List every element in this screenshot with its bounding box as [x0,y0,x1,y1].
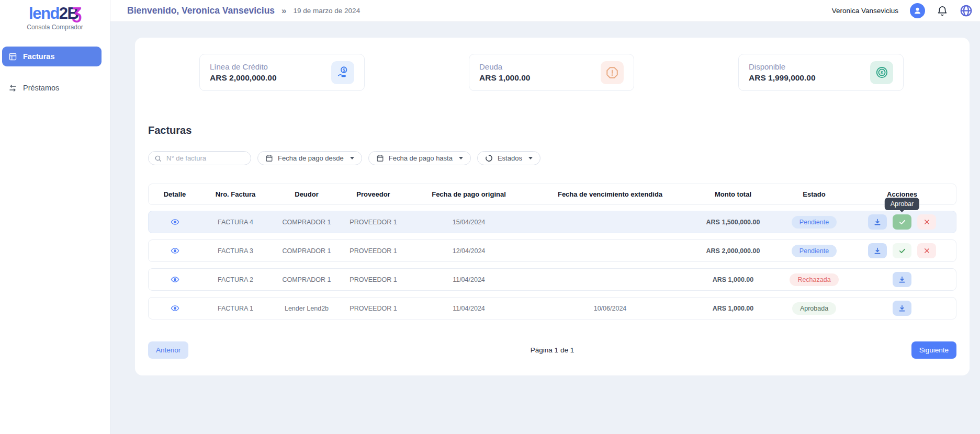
approve-button[interactable] [893,214,911,230]
brand-subtitle: Consola Comprador [0,24,110,31]
main-area: Bienvenido, Veronica Vansevicius » 19 de… [110,0,980,434]
chevron-down-icon [350,157,354,159]
row-actions: Aprobar [868,214,936,230]
calendar-icon [265,154,273,162]
download-icon [873,218,882,226]
download-button[interactable] [893,272,911,287]
reject-button[interactable] [917,243,936,258]
search-input[interactable] [165,154,245,163]
svg-text:$: $ [342,67,345,73]
cell-fecha-pago-original: 15/04/2024 [403,219,534,226]
cell-fecha-vencimiento-extendida: 10/06/2024 [534,305,686,312]
sidebar-item-prestamos[interactable]: Préstamos [2,78,102,98]
table-row: FACTURA 1Lender Lend2bPROVEEDOR 111/04/2… [148,297,956,319]
cell-estado: Rechazada [780,273,848,286]
breadcrumb-separator: » [281,6,286,16]
page-info: Página 1 de 1 [531,346,574,354]
debt-card: Deuda ARS 1,000.00 [469,54,634,91]
user-box: Veronica Vansevicius [832,3,973,18]
content-area: Línea de Crédito ARS 2,000,000.00 $ Deud… [110,22,980,434]
sidebar-item-facturas[interactable]: Facturas [2,47,102,66]
logo-accent-glyph: Ʒ [72,4,81,22]
svg-text:$: $ [880,70,883,75]
column-header: Nro. Factura [201,190,270,198]
table-body: FACTURA 4COMPRADOR 1PROVEEDOR 115/04/202… [148,211,956,319]
cell-nro-factura: FACTURA 4 [201,219,270,226]
table-row: FACTURA 2COMPRADOR 1PROVEEDOR 111/04/202… [148,268,956,291]
check-icon [898,218,906,226]
status-circle-icon [485,154,493,162]
status-badge: Pendiente [792,245,837,257]
summary-cards: Línea de Crédito ARS 2,000,000.00 $ Deud… [135,38,970,91]
row-actions [893,272,911,287]
reject-button[interactable] [917,214,936,230]
view-detail-button[interactable] [171,304,179,313]
view-detail-button[interactable] [171,246,179,255]
breadcrumb: Bienvenido, Veronica Vansevicius » 19 de… [127,5,360,16]
card-title: Deuda [479,62,530,71]
cell-acciones: Aprobar [848,214,956,230]
filter-label: Fecha de pago desde [278,154,344,162]
cell-fecha-pago-original: 12/04/2024 [403,247,534,255]
tooltip-aprobar: Aprobar [885,198,919,210]
x-icon [923,247,930,254]
card-value: ARS 1,000.00 [479,73,530,83]
column-header: Proveedor [343,190,403,198]
invoice-search [148,151,251,165]
invoice-icon [8,52,17,61]
download-button[interactable] [868,214,887,230]
card-title: Línea de Crédito [210,62,277,71]
eye-icon [171,246,179,255]
cell-nro-factura: FACTURA 3 [201,247,270,255]
bell-icon[interactable] [937,5,948,17]
download-button[interactable] [893,301,911,316]
card-value: ARS 1,999,000.00 [749,73,816,83]
cell-deudor: Lender Lend2b [270,305,343,312]
column-header: Fecha de pago original [403,190,534,198]
welcome-title: Bienvenido, Veronica Vansevicius [127,5,275,16]
cell-proveedor: PROVEEDOR 1 [343,219,403,226]
filter-label: Estados [498,154,522,162]
download-icon [873,247,882,255]
date-from-filter[interactable]: Fecha de pago desde [257,151,362,165]
status-badge: Rechazada [790,273,838,286]
cell-nro-factura: FACTURA 1 [201,305,270,312]
transfer-arrows-icon [8,84,17,93]
states-filter[interactable]: Estados [477,151,540,165]
invoices-table: DetalleNro. FacturaDeudorProveedorFecha … [148,184,956,319]
cell-fecha-pago-original: 11/04/2024 [403,276,534,283]
cell-estado: Pendiente [780,216,848,229]
next-page-button[interactable]: Siguiente [911,341,956,359]
table-header: DetalleNro. FacturaDeudorProveedorFecha … [148,184,956,205]
row-actions [868,243,936,258]
sidebar-nav: Facturas Préstamos [0,47,110,98]
cell-monto-total: ARS 1,500,000.00 [686,219,780,226]
column-header: Deudor [270,190,343,198]
view-detail-button[interactable] [171,218,179,226]
user-icon [913,6,922,15]
approve-button[interactable] [893,243,911,258]
alert-octagon-icon [601,61,624,84]
top-bar: Bienvenido, Veronica Vansevicius » 19 de… [110,0,980,22]
status-badge: Aprobada [792,302,836,315]
cell-acciones [848,243,956,258]
app-root: lend2BƷ Consola Comprador Facturas Prést… [0,0,980,434]
download-icon [898,276,906,284]
view-detail-button[interactable] [171,275,179,284]
column-header: Acciones [848,190,956,198]
cell-detalle [149,275,201,284]
coins-icon: $ [870,61,893,84]
eye-icon [171,218,179,226]
cell-proveedor: PROVEEDOR 1 [343,276,403,283]
date-to-filter[interactable]: Fecha de pago hasta [368,151,471,165]
cell-deudor: COMPRADOR 1 [270,247,343,255]
avatar[interactable] [910,3,925,18]
previous-page-button[interactable]: Anterior [148,341,188,359]
credit-line-card: Línea de Crédito ARS 2,000,000.00 $ [199,54,365,91]
download-button[interactable] [868,243,887,258]
sidebar-item-label: Préstamos [23,84,59,92]
check-icon [898,247,906,255]
globe-icon[interactable] [960,4,973,17]
cell-nro-factura: FACTURA 2 [201,276,270,283]
cell-fecha-pago-original: 11/04/2024 [403,305,534,312]
